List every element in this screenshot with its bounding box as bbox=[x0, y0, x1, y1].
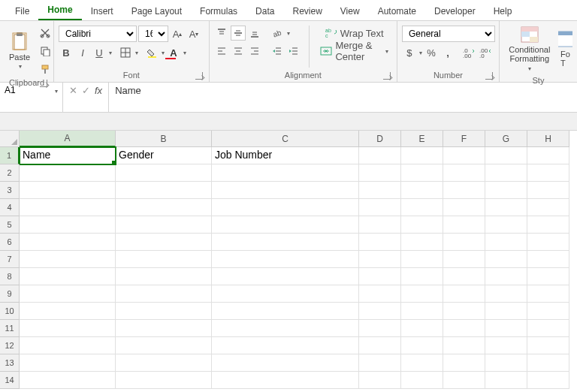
wrap-text-button[interactable]: abc Wrap Text bbox=[316, 26, 392, 41]
cell-C1[interactable]: Job Number bbox=[212, 147, 359, 164]
cell-B5[interactable] bbox=[116, 216, 212, 234]
align-center-button[interactable] bbox=[231, 44, 246, 59]
cell-A14[interactable] bbox=[20, 372, 116, 389]
cell-F11[interactable] bbox=[443, 320, 485, 337]
align-middle-button[interactable] bbox=[231, 26, 246, 41]
orientation-button[interactable]: ab bbox=[270, 26, 285, 41]
column-header-C[interactable]: C bbox=[212, 131, 359, 147]
cell-H1[interactable] bbox=[527, 147, 569, 164]
cell-H9[interactable] bbox=[527, 285, 569, 303]
cell-D12[interactable] bbox=[359, 337, 401, 354]
cell-C13[interactable] bbox=[212, 354, 359, 372]
cell-C14[interactable] bbox=[212, 372, 359, 389]
column-header-D[interactable]: D bbox=[359, 131, 401, 147]
cell-G7[interactable] bbox=[485, 251, 527, 268]
cell-H5[interactable] bbox=[527, 216, 569, 234]
cell-A5[interactable] bbox=[20, 216, 116, 234]
cell-D6[interactable] bbox=[359, 234, 401, 251]
format-painter-button[interactable] bbox=[38, 62, 53, 77]
chevron-down-icon[interactable]: ▾ bbox=[287, 30, 290, 37]
select-all-corner[interactable] bbox=[0, 131, 20, 147]
cell-E8[interactable] bbox=[401, 268, 443, 285]
cell-H6[interactable] bbox=[527, 234, 569, 251]
cell-D3[interactable] bbox=[359, 182, 401, 199]
row-header-8[interactable]: 8 bbox=[0, 268, 20, 285]
cell-D2[interactable] bbox=[359, 164, 401, 182]
cell-G13[interactable] bbox=[485, 354, 527, 372]
row-header-12[interactable]: 12 bbox=[0, 337, 20, 354]
fill-color-button[interactable] bbox=[144, 45, 159, 60]
cell-C2[interactable] bbox=[212, 164, 359, 182]
cell-E10[interactable] bbox=[401, 303, 443, 320]
cell-B4[interactable] bbox=[116, 199, 212, 216]
cell-F12[interactable] bbox=[443, 337, 485, 354]
cell-B2[interactable] bbox=[116, 164, 212, 182]
chevron-down-icon[interactable]: ▾ bbox=[419, 50, 422, 56]
cell-C7[interactable] bbox=[212, 251, 359, 268]
cancel-formula-button[interactable]: ✕ bbox=[69, 85, 77, 96]
cell-H11[interactable] bbox=[527, 320, 569, 337]
cell-C8[interactable] bbox=[212, 268, 359, 285]
cut-button[interactable] bbox=[38, 26, 53, 41]
paste-button[interactable]: Paste ▾ bbox=[5, 24, 35, 77]
menu-tab-page-layout[interactable]: Page Layout bbox=[122, 2, 191, 20]
cell-F1[interactable] bbox=[443, 147, 485, 164]
percent-format-button[interactable]: % bbox=[424, 45, 439, 60]
decrease-font-button[interactable]: A▾ bbox=[186, 26, 201, 41]
cell-D13[interactable] bbox=[359, 354, 401, 372]
menu-tab-view[interactable]: View bbox=[331, 2, 369, 20]
cell-G11[interactable] bbox=[485, 320, 527, 337]
column-header-B[interactable]: B bbox=[116, 131, 212, 147]
cell-F5[interactable] bbox=[443, 216, 485, 234]
menu-tab-help[interactable]: Help bbox=[485, 2, 521, 20]
cell-A11[interactable] bbox=[20, 320, 116, 337]
cell-B9[interactable] bbox=[116, 285, 212, 303]
font-dialog-launcher[interactable] bbox=[195, 72, 203, 80]
cell-E7[interactable] bbox=[401, 251, 443, 268]
cell-C10[interactable] bbox=[212, 303, 359, 320]
chevron-down-icon[interactable]: ▾ bbox=[109, 50, 112, 56]
menu-tab-file[interactable]: File bbox=[6, 2, 38, 20]
cell-F3[interactable] bbox=[443, 182, 485, 199]
number-dialog-launcher[interactable] bbox=[485, 72, 493, 80]
chevron-down-icon[interactable]: ▾ bbox=[183, 50, 186, 56]
enter-formula-button[interactable]: ✓ bbox=[82, 85, 90, 96]
row-header-2[interactable]: 2 bbox=[0, 164, 20, 182]
cell-F9[interactable] bbox=[443, 285, 485, 303]
cell-B7[interactable] bbox=[116, 251, 212, 268]
cell-H4[interactable] bbox=[527, 199, 569, 216]
cell-C6[interactable] bbox=[212, 234, 359, 251]
cell-C4[interactable] bbox=[212, 199, 359, 216]
cell-F6[interactable] bbox=[443, 234, 485, 251]
cell-F4[interactable] bbox=[443, 199, 485, 216]
cell-H2[interactable] bbox=[527, 164, 569, 182]
cell-B13[interactable] bbox=[116, 354, 212, 372]
cell-H12[interactable] bbox=[527, 337, 569, 354]
chevron-down-icon[interactable]: ▾ bbox=[135, 50, 138, 56]
row-header-7[interactable]: 7 bbox=[0, 251, 20, 268]
cell-D14[interactable] bbox=[359, 372, 401, 389]
cell-E2[interactable] bbox=[401, 164, 443, 182]
font-size-select[interactable]: 16 bbox=[138, 26, 168, 42]
row-header-3[interactable]: 3 bbox=[0, 182, 20, 199]
menu-tab-data[interactable]: Data bbox=[246, 2, 283, 20]
cell-A9[interactable] bbox=[20, 285, 116, 303]
cell-G6[interactable] bbox=[485, 234, 527, 251]
cell-A1[interactable]: Name bbox=[20, 147, 116, 164]
row-header-5[interactable]: 5 bbox=[0, 216, 20, 234]
cell-E6[interactable] bbox=[401, 234, 443, 251]
row-header-9[interactable]: 9 bbox=[0, 285, 20, 303]
number-format-select[interactable]: General bbox=[402, 26, 495, 42]
cell-B11[interactable] bbox=[116, 320, 212, 337]
cell-G3[interactable] bbox=[485, 182, 527, 199]
cell-A13[interactable] bbox=[20, 354, 116, 372]
align-right-button[interactable] bbox=[247, 44, 262, 59]
row-header-14[interactable]: 14 bbox=[0, 372, 20, 389]
insert-function-button[interactable]: fx bbox=[95, 85, 102, 96]
row-header-1[interactable]: 1 bbox=[0, 147, 20, 164]
menu-tab-insert[interactable]: Insert bbox=[82, 2, 122, 20]
accounting-format-button[interactable]: $ bbox=[402, 45, 417, 60]
cell-E12[interactable] bbox=[401, 337, 443, 354]
cell-D9[interactable] bbox=[359, 285, 401, 303]
cell-B8[interactable] bbox=[116, 268, 212, 285]
